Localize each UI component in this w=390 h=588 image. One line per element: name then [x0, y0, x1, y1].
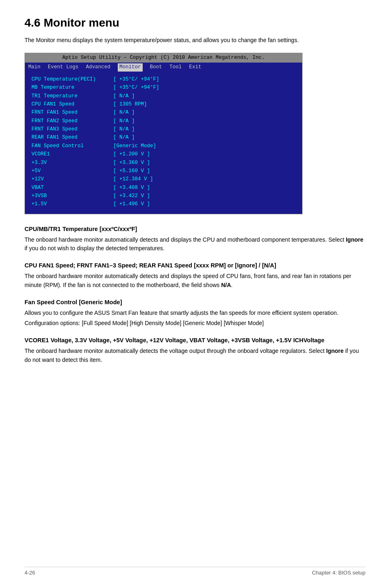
bios-row-value: [ +3.408 V ] [113, 184, 296, 192]
bios-row-value: [ +12.384 V ] [113, 175, 296, 183]
section-heading-voltage: VCORE1 Voltage, 3.3V Voltage, +5V Voltag… [25, 337, 365, 343]
menu-boot: Boot [150, 63, 162, 71]
bios-row-value: [ +3.360 V ] [113, 159, 296, 167]
bios-row-label: +12V [31, 175, 113, 183]
bios-row-value: [ 1305 RPM] [113, 101, 296, 108]
bios-row: +3VSB[ +3.422 V ] [31, 192, 296, 200]
bios-row: FRNT FAN2 Speed[ N/A ] [31, 117, 296, 125]
bios-row-label: +3.3V [31, 159, 113, 167]
bios-row: VCORE1[ +1.200 V ] [31, 150, 296, 158]
bios-row-value: [ N/A ] [113, 126, 296, 133]
bios-row-label: +3VSB [31, 192, 113, 200]
bios-row-value: [Generic Mode] [113, 142, 296, 150]
menu-advanced: Advanced [86, 63, 110, 71]
footer-page-number: 4-26 [25, 570, 35, 576]
bios-row-value: [ +1.496 V ] [113, 200, 296, 208]
bios-row-label: FRNT FAN2 Speed [31, 117, 113, 125]
footer-chapter: Chapter 4: BIOS setup [312, 570, 365, 576]
bios-row-label: +1.5V [31, 200, 113, 208]
bios-row-value: [ +1.200 V ] [113, 150, 296, 158]
bios-row-value: [ N/A ] [113, 134, 296, 141]
bios-row: CPU Temperature(PECI)[ +35°C/ +94°F] [31, 76, 296, 83]
bios-row-label: +5V [31, 167, 113, 175]
bios-row-label: REAR FAN1 Speed [31, 134, 113, 141]
bios-row: TR1 Temperature[ N/A ] [31, 92, 296, 100]
menu-eventlogs: Event Logs [48, 63, 78, 71]
section-heading-fan-speed: CPU FAN1 Speed; FRNT FAN1–3 Speed; REAR … [25, 262, 365, 269]
bios-row-value: [ +35°C/ +94°F] [113, 76, 296, 83]
bios-row: +3.3V[ +3.360 V ] [31, 159, 296, 167]
bios-row-label: FRNT FAN3 Speed [31, 126, 113, 133]
bios-content: CPU Temperature(PECI)[ +35°C/ +94°F]MB T… [25, 72, 302, 214]
bios-row-value: [ N/A ] [113, 109, 296, 117]
bios-row-value: [ +5.160 V ] [113, 167, 296, 175]
bios-header-line: Aptio Setup Utility – Copyright (C) 2010… [25, 53, 302, 63]
section-heading-cpu-temp: CPU/MB/TR1 Temperature [xxxºC/xxxºF] [25, 226, 365, 232]
bios-row-label: MB Temperature [31, 84, 113, 92]
bios-row-label: FRNT FAN1 Speed [31, 109, 113, 117]
menu-monitor-active: Monitor [118, 63, 143, 71]
bios-row: VBAT[ +3.408 V ] [31, 184, 296, 192]
menu-main: Main [28, 63, 40, 71]
bios-row-value: [ +3.422 V ] [113, 192, 296, 200]
section-text-fan-speed-0: The onboard hardware monitor automatical… [25, 272, 365, 290]
bios-row: +12V[ +12.384 V ] [31, 175, 296, 183]
bios-row: MB Temperature[ +35°C/ +94°F] [31, 84, 296, 92]
section-text-voltage-0: The onboard hardware monitor automatical… [25, 347, 365, 364]
menu-exit: Exit [189, 63, 202, 71]
bios-menubar: Main Event Logs Advanced Monitor Boot To… [25, 63, 302, 72]
bios-row-label: VCORE1 [31, 150, 113, 158]
bios-row: +5V[ +5.160 V ] [31, 167, 296, 175]
bios-row: FRNT FAN3 Speed[ N/A ] [31, 126, 296, 133]
bios-row-label: CPU Temperature(PECI) [31, 76, 113, 83]
bios-row-value: [ N/A ] [113, 117, 296, 125]
bios-row-label: FAN Speed Control [31, 142, 113, 150]
page-title: 4.6 Monitor menu [25, 16, 365, 29]
section-text-fan-speed-control-0: Allows you to configure the ASUS Smart F… [25, 309, 365, 318]
section-heading-fan-speed-control: Fan Speed Control [Generic Mode] [25, 299, 365, 305]
bios-row-label: CPU FAN1 Speed [31, 101, 113, 108]
section-text-cpu-temp-0: The onboard hardware monitor automatical… [25, 236, 365, 253]
menu-tool: Tool [170, 63, 182, 71]
bios-row: CPU FAN1 Speed[ 1305 RPM] [31, 101, 296, 108]
bios-row-label: TR1 Temperature [31, 92, 113, 100]
bios-row: +1.5V[ +1.496 V ] [31, 200, 296, 208]
bios-screenshot: Aptio Setup Utility – Copyright (C) 2010… [25, 53, 303, 214]
intro-paragraph: The Monitor menu displays the system tem… [25, 36, 365, 45]
bios-row-value: [ N/A ] [113, 92, 296, 100]
bios-row-value: [ +35°C/ +94°F] [113, 84, 296, 92]
bios-row: REAR FAN1 Speed[ N/A ] [31, 134, 296, 141]
section-text-fan-speed-control-1: Configuration options: [Full Speed Mode]… [25, 319, 365, 328]
sections-container: CPU/MB/TR1 Temperature [xxxºC/xxxºF]The … [25, 226, 365, 365]
bios-row: FAN Speed Control[Generic Mode] [31, 142, 296, 150]
bios-row-label: VBAT [31, 184, 113, 192]
page-footer: 4-26 Chapter 4: BIOS setup [25, 567, 365, 576]
bios-row: FRNT FAN1 Speed[ N/A ] [31, 109, 296, 117]
